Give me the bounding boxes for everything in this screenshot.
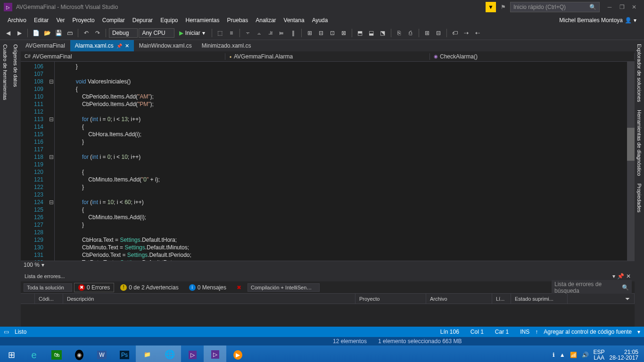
taskbar-chrome[interactable]: 🌐	[158, 346, 181, 362]
tb-icon[interactable]: ⊠	[339, 28, 349, 38]
side-tab-solution-explorer[interactable]: Explorador de soluciones	[635, 40, 644, 106]
side-tab-toolbox[interactable]: Cuadro de herramientas	[0, 40, 10, 327]
errlist-col[interactable]: Descripción	[63, 294, 355, 304]
start-button[interactable]: ⊞	[0, 346, 23, 362]
menu-herramientas[interactable]: Herramientas	[182, 14, 223, 26]
fold-gutter[interactable]: ⊟⊟⊟⊟	[48, 62, 55, 261]
tb-icon[interactable]: ⊡	[327, 28, 338, 38]
errlist-col[interactable]: Lí...	[492, 294, 511, 304]
code-content[interactable]: } void ValoresIniciales() { CbPeriodo.It…	[55, 62, 635, 261]
tb-icon[interactable]: ⇠	[472, 28, 483, 38]
breadcrumb-class[interactable]: ⬥AVGemmaFinal.Alarma	[225, 53, 430, 60]
tb-icon[interactable]: ‖	[288, 28, 298, 38]
messages-filter[interactable]: i0 Mensajes	[185, 283, 231, 292]
error-search-input[interactable]: Lista de errores de búsqueda🔍	[552, 280, 632, 295]
pin-icon[interactable]: 📌	[617, 273, 624, 280]
help-icon[interactable]: ℹ	[553, 352, 555, 358]
menu-ver[interactable]: Ver	[52, 14, 68, 26]
file-tab[interactable]: MainWindow.xaml.cs	[134, 40, 197, 51]
tb-icon[interactable]: ⊟	[316, 28, 326, 38]
menu-ayuda[interactable]: Ayuda	[308, 14, 332, 26]
taskbar-app[interactable]: ◉	[68, 346, 91, 362]
tb-icon[interactable]: ⫢	[277, 28, 287, 38]
volume-icon[interactable]: 🔊	[582, 352, 589, 358]
taskbar-ie[interactable]: e	[23, 346, 45, 362]
menu-analizar[interactable]: Analizar	[252, 14, 280, 26]
status-source-control[interactable]: Agregar al control de código fuente	[538, 329, 637, 335]
new-file-button[interactable]: 📄	[31, 28, 41, 38]
filter-icon[interactable]: ⏷	[625, 296, 630, 302]
close-button[interactable]: ✕	[628, 2, 640, 12]
dropdown-icon[interactable]: ▾	[612, 273, 615, 280]
side-tab-properties[interactable]: Propiedades	[635, 180, 644, 216]
breadcrumb-namespace[interactable]: C#AVGemmaFinal	[21, 53, 225, 60]
tb-icon[interactable]: ⎙	[405, 28, 416, 38]
tb-icon[interactable]: ⫟	[243, 28, 253, 38]
tb-icon[interactable]: ⊞	[305, 28, 315, 38]
tray-clock[interactable]: 21:05 28-12-2017	[610, 349, 638, 361]
errlist-col[interactable]: Códi...	[35, 294, 63, 304]
menu-compilar[interactable]: Compilar	[99, 14, 129, 26]
errors-filter[interactable]: ✖0 Errores	[74, 283, 114, 292]
nav-fwd-button[interactable]: ▶	[14, 28, 25, 38]
notification-icon[interactable]: ▼	[486, 2, 496, 12]
taskbar-media-player[interactable]: ▶	[226, 346, 249, 362]
errlist-col[interactable]: Archivo	[426, 294, 492, 304]
taskbar-explorer[interactable]: 📁	[136, 346, 158, 362]
menu-equipo[interactable]: Equipo	[157, 14, 182, 26]
save-all-button[interactable]: 🗃	[65, 28, 75, 38]
chevron-down-icon[interactable]: ▾	[41, 262, 44, 268]
warnings-filter[interactable]: !0 de 2 Advertencias	[116, 283, 182, 292]
menu-archivo[interactable]: Archivo	[4, 14, 30, 26]
nav-back-button[interactable]: ◀	[3, 28, 13, 38]
tray-icon[interactable]: ▲	[560, 352, 565, 358]
tb-icon[interactable]: ⬒	[355, 28, 365, 38]
network-icon[interactable]: 📶	[570, 352, 577, 358]
scrollbar-thumb[interactable]	[627, 128, 635, 161]
build-dropdown[interactable]: Compilación + IntelliSen…	[248, 283, 320, 292]
errlist-col[interactable]: Proyecto	[355, 294, 426, 304]
user-account[interactable]: Michel Bernales Montoya 👤 ▾	[559, 17, 640, 24]
quick-launch-input[interactable]: Inicio rápido (Ctrl+Q) 🔍	[510, 2, 600, 12]
minimize-button[interactable]: ─	[603, 2, 616, 12]
taskbar-photoshop[interactable]: Ps	[113, 346, 136, 362]
file-tab[interactable]: Alarma.xaml.cs 📌 ✕	[70, 40, 134, 51]
tab-project[interactable]: AVGemmaFinal	[21, 40, 70, 51]
menu-ventana[interactable]: Ventana	[280, 14, 308, 26]
open-file-button[interactable]: 📂	[42, 28, 52, 38]
taskbar-visual-studio[interactable]: ▷	[204, 346, 226, 362]
tray-keyboard[interactable]: LAA	[594, 355, 604, 361]
menu-depurar[interactable]: Depurar	[129, 14, 157, 26]
close-icon[interactable]: ✕	[125, 43, 129, 49]
tb-icon[interactable]: 🏷	[450, 28, 460, 38]
taskbar-store[interactable]: 🛍	[45, 346, 68, 362]
taskbar-vs-installer[interactable]: ▷	[181, 346, 204, 362]
start-debug-button[interactable]: ▶ Iniciar ▾	[175, 29, 209, 37]
taskbar-word[interactable]: W	[91, 346, 113, 362]
tb-icon[interactable]: ⫠	[254, 28, 264, 38]
tb-icon[interactable]: ⊟	[433, 28, 444, 38]
redo-button[interactable]: ↷	[92, 28, 103, 38]
side-tab-diagnostics[interactable]: Herramientas de diagnóstico	[635, 106, 644, 180]
clear-filter[interactable]: ✖	[232, 283, 246, 292]
errlist-col[interactable]	[21, 294, 35, 304]
breadcrumb-method[interactable]: ◉CheckAlarma()	[430, 53, 635, 60]
menu-pruebas[interactable]: Pruebas	[223, 14, 252, 26]
tb-icon[interactable]: ⬓	[366, 28, 377, 38]
pin-icon[interactable]: 📌	[116, 43, 122, 49]
menu-editar[interactable]: Editar	[30, 14, 52, 26]
feedback-icon[interactable]: ⚑	[498, 2, 508, 12]
maximize-button[interactable]: ❐	[616, 2, 628, 12]
vertical-scrollbar[interactable]	[627, 62, 635, 261]
system-tray[interactable]: ℹ ▲ 📶 🔊 ESP LAA 21:05 28-12-2017	[553, 349, 644, 361]
tb-icon[interactable]: ⫡	[265, 28, 276, 38]
tb-icon[interactable]: ⬔	[378, 28, 388, 38]
tb-icon[interactable]: ≡	[226, 28, 237, 38]
platform-dropdown[interactable]: Any CPU	[139, 28, 174, 38]
errlist-col[interactable]: Estado suprimi...	[511, 294, 568, 304]
side-tab-data-sources[interactable]: Orígenes de datos	[10, 40, 21, 327]
save-button[interactable]: 💾	[53, 28, 64, 38]
config-dropdown[interactable]: Debug	[109, 28, 138, 38]
tb-icon[interactable]: ⬚	[215, 28, 225, 38]
code-editor[interactable]: 1061071081091101111121131141151161171181…	[21, 62, 635, 261]
